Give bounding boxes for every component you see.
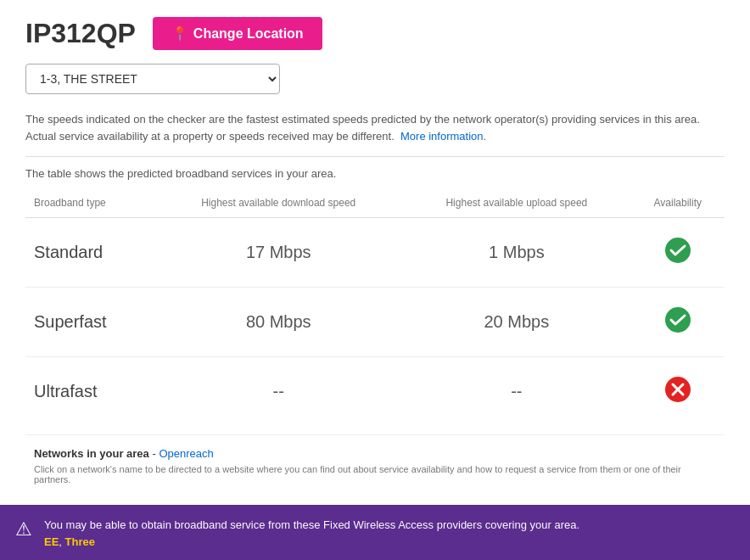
change-location-button[interactable]: 📍 Change Location xyxy=(153,17,322,50)
pin-icon: 📍 xyxy=(171,25,188,42)
table-intro: The table shows the predicted broadband … xyxy=(25,167,725,180)
check-circle-icon xyxy=(664,237,691,264)
svg-point-0 xyxy=(665,238,691,263)
download-speed-cell: 17 Mbps xyxy=(154,218,402,288)
location-select-wrapper: 1-3, THE STREET xyxy=(25,64,725,94)
fwa-main-text: You may be able to obtain broadband serv… xyxy=(44,518,579,531)
availability-cell xyxy=(631,288,725,357)
col-header-download: Highest available download speed xyxy=(154,192,402,218)
networks-section: Networks in your area - Openreach Click … xyxy=(25,434,725,496)
check-circle-icon xyxy=(664,306,691,333)
postcode-title: IP312QP xyxy=(25,18,136,49)
cross-circle-icon xyxy=(664,376,691,403)
location-select[interactable]: 1-3, THE STREET xyxy=(25,64,280,94)
table-row: Standard17 Mbps1 Mbps xyxy=(25,218,725,288)
networks-subtitle: Click on a network's name to be directed… xyxy=(34,464,716,484)
broadband-type-cell: Standard xyxy=(25,218,154,288)
availability-cell xyxy=(631,218,725,288)
upload-speed-cell: 20 Mbps xyxy=(402,288,631,357)
col-header-upload: Highest available upload speed xyxy=(402,192,631,218)
fwa-banner: ⚠ You may be able to obtain broadband se… xyxy=(0,505,750,560)
availability-cell xyxy=(631,357,725,427)
more-info-link[interactable]: More information xyxy=(400,130,484,143)
warning-icon: ⚠ xyxy=(15,518,32,540)
upload-speed-cell: 1 Mbps xyxy=(402,218,631,288)
svg-point-1 xyxy=(665,307,691,333)
broadband-table: Broadband type Highest available downloa… xyxy=(25,192,725,426)
table-row: Ultrafast---- xyxy=(25,357,725,427)
openreach-link[interactable]: Openreach xyxy=(159,447,213,460)
change-location-label: Change Location xyxy=(193,26,304,42)
broadband-type-cell: Superfast xyxy=(25,288,154,357)
upload-speed-cell: -- xyxy=(402,357,631,427)
table-header-row: Broadband type Highest available downloa… xyxy=(25,192,725,218)
table-row: Superfast80 Mbps20 Mbps xyxy=(25,288,725,357)
download-speed-cell: 80 Mbps xyxy=(154,288,402,357)
download-speed-cell: -- xyxy=(154,357,402,427)
info-text-block: The speeds indicated on the checker are … xyxy=(25,111,725,157)
col-header-availability: Availability xyxy=(631,192,725,218)
fwa-provider-three[interactable]: Three xyxy=(65,535,95,548)
fwa-provider-ee[interactable]: EE xyxy=(44,535,59,548)
fwa-text: You may be able to obtain broadband serv… xyxy=(44,517,579,550)
header-row: IP312QP 📍 Change Location xyxy=(25,17,725,50)
networks-title: Networks in your area - Openreach xyxy=(34,447,716,460)
info-paragraph: The speeds indicated on the checker are … xyxy=(25,113,700,143)
broadband-type-cell: Ultrafast xyxy=(25,357,154,427)
col-header-type: Broadband type xyxy=(25,192,154,218)
networks-title-bold: Networks in your area xyxy=(34,447,149,460)
